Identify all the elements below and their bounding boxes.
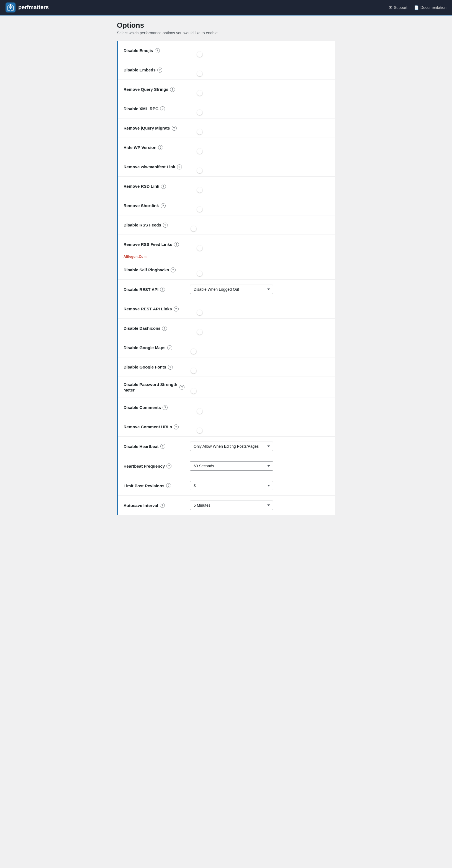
main-container: Options Select which performance options… (113, 16, 339, 526)
select-disable-heartbeat[interactable]: Only Allow When Editing Posts/PagesDisab… (190, 442, 273, 451)
help-icon-disable-self-pingbacks[interactable]: ? (171, 268, 176, 273)
option-label-group-remove-shortlink: Remove Shortlink? (123, 203, 184, 208)
help-icon-limit-post-revisions[interactable]: ? (166, 483, 171, 488)
help-icon-disable-xml-rpc[interactable]: ? (160, 106, 165, 111)
option-label-group-hide-wp-version: Hide WP Version? (123, 145, 184, 150)
option-label-limit-post-revisions: Limit Post Revisions (123, 484, 164, 488)
option-label-group-heartbeat-frequency: Heartbeat Frequency? (123, 464, 184, 468)
option-label-group-remove-rsd-link: Remove RSD Link? (123, 184, 184, 189)
option-row-disable-xml-rpc: Disable XML-RPC? (118, 99, 335, 119)
help-icon-disable-google-maps[interactable]: ? (167, 345, 172, 350)
help-icon-hide-wp-version[interactable]: ? (158, 145, 163, 150)
option-label-group-disable-heartbeat: Disable Heartbeat? (123, 444, 184, 449)
option-label-remove-shortlink: Remove Shortlink (123, 203, 159, 208)
option-row-remove-jquery-migrate: Remove jQuery Migrate? (118, 119, 335, 138)
help-icon-remove-jquery-migrate[interactable]: ? (172, 126, 177, 131)
option-label-remove-rest-api-links: Remove REST API Links (123, 307, 172, 311)
help-icon-disable-password-strength-meter[interactable]: ? (179, 385, 184, 390)
documentation-link[interactable]: 📄 Documentation (414, 5, 447, 10)
select-autosave-interval[interactable]: 5 Minutes1 Minute2 Minutes10 Minutes (190, 501, 273, 510)
help-icon-remove-rsd-link[interactable]: ? (161, 184, 166, 189)
option-label-group-autosave-interval: Autosave Interval? (123, 503, 184, 508)
option-row-remove-query-strings: Remove Query Strings? (118, 80, 335, 99)
option-label-group-remove-query-strings: Remove Query Strings? (123, 87, 184, 92)
option-label-group-disable-dashicons: Disable Dashicons? (123, 326, 184, 331)
envelope-icon: ✉ (389, 5, 392, 10)
select-heartbeat-frequency[interactable]: 60 Seconds120 Seconds30 Seconds (190, 461, 273, 471)
option-row-disable-google-maps: Disable Google Maps? (118, 338, 335, 358)
option-control-limit-post-revisions: 3510Disable (190, 481, 273, 490)
help-icon-disable-comments[interactable]: ? (162, 405, 168, 410)
option-control-disable-heartbeat: Only Allow When Editing Posts/PagesDisab… (190, 442, 273, 451)
option-row-remove-rsd-link: Remove RSD Link? (118, 177, 335, 196)
option-row-disable-rss-feeds: Disable RSS Feeds? (118, 215, 335, 235)
option-label-group-remove-wlwmanifest-link: Remove wlwmanifest Link? (123, 164, 184, 169)
main-header: perfmatters ✉ Support 📄 Documentation (0, 0, 452, 16)
help-icon-remove-query-strings[interactable]: ? (170, 87, 175, 92)
help-icon-remove-rest-api-links[interactable]: ? (174, 307, 179, 311)
option-row-autosave-interval: Autosave Interval?5 Minutes1 Minute2 Min… (118, 496, 335, 515)
option-label-remove-comment-urls: Remove Comment URLs (123, 425, 172, 429)
option-label-disable-password-strength-meter: Disable Password Strength Meter (123, 382, 178, 393)
option-label-group-disable-google-maps: Disable Google Maps? (123, 345, 184, 350)
option-row-disable-heartbeat: Disable Heartbeat?Only Allow When Editin… (118, 437, 335, 456)
option-row-disable-dashicons: Disable Dashicons? (118, 319, 335, 338)
header-nav: ✉ Support 📄 Documentation (389, 5, 447, 10)
page-subtitle: Select which performance options you wou… (117, 31, 335, 35)
select-disable-rest-api[interactable]: Disable When Logged OutDisable Completel… (190, 285, 273, 294)
help-icon-disable-google-fonts[interactable]: ? (168, 365, 173, 370)
help-icon-autosave-interval[interactable]: ? (160, 503, 165, 508)
option-row-disable-emojis: Disable Emojis? (118, 41, 335, 60)
document-icon: 📄 (414, 5, 419, 10)
option-control-disable-rest-api: Disable When Logged OutDisable Completel… (190, 285, 273, 294)
option-label-remove-wlwmanifest-link: Remove wlwmanifest Link (123, 164, 175, 169)
option-label-group-remove-rss-feed-links: Remove RSS Feed Links? (123, 242, 184, 247)
help-icon-disable-embeds[interactable]: ? (157, 67, 162, 72)
option-label-heartbeat-frequency: Heartbeat Frequency (123, 464, 165, 468)
option-row-disable-rest-api: Disable REST API?Disable When Logged Out… (118, 280, 335, 299)
help-icon-remove-comment-urls[interactable]: ? (174, 425, 179, 429)
option-label-hide-wp-version: Hide WP Version (123, 145, 156, 150)
option-label-disable-xml-rpc: Disable XML-RPC (123, 106, 158, 111)
option-row-remove-rss-feed-links: Remove RSS Feed Links? (118, 235, 335, 254)
option-label-remove-rsd-link: Remove RSD Link (123, 184, 159, 189)
help-icon-remove-shortlink[interactable]: ? (161, 203, 165, 208)
option-label-disable-heartbeat: Disable Heartbeat (123, 444, 159, 449)
help-icon-remove-wlwmanifest-link[interactable]: ? (177, 164, 182, 169)
option-label-disable-rest-api: Disable REST API (123, 287, 158, 292)
page-title: Options (117, 21, 335, 30)
support-link[interactable]: ✉ Support (389, 5, 408, 10)
brand-name: perfmatters (18, 4, 49, 10)
select-limit-post-revisions[interactable]: 3510Disable (190, 481, 273, 490)
option-label-group-disable-password-strength-meter: Disable Password Strength Meter? (123, 382, 184, 393)
option-label-group-disable-self-pingbacks: Disable Self Pingbacks? (123, 268, 184, 273)
option-label-group-remove-rest-api-links: Remove REST API Links? (123, 307, 184, 311)
option-row-heartbeat-frequency: Heartbeat Frequency?60 Seconds120 Second… (118, 456, 335, 476)
option-label-group-disable-rss-feeds: Disable RSS Feeds? (123, 223, 184, 227)
help-icon-disable-heartbeat[interactable]: ? (160, 444, 165, 449)
watermark-text: Alilegun.Com (118, 254, 335, 260)
help-icon-disable-dashicons[interactable]: ? (162, 326, 167, 331)
option-label-disable-comments: Disable Comments (123, 405, 161, 410)
help-icon-disable-emojis[interactable]: ? (155, 48, 160, 53)
option-row-limit-post-revisions: Limit Post Revisions?3510Disable (118, 476, 335, 496)
option-label-group-disable-emojis: Disable Emojis? (123, 48, 184, 53)
option-label-disable-google-maps: Disable Google Maps (123, 345, 165, 350)
help-icon-disable-rss-feeds[interactable]: ? (163, 223, 168, 227)
option-row-hide-wp-version: Hide WP Version? (118, 138, 335, 157)
option-label-group-disable-xml-rpc: Disable XML-RPC? (123, 106, 184, 111)
option-label-autosave-interval: Autosave Interval (123, 503, 158, 508)
option-control-autosave-interval: 5 Minutes1 Minute2 Minutes10 Minutes (190, 501, 273, 510)
option-label-remove-query-strings: Remove Query Strings (123, 87, 169, 92)
brand-icon (5, 2, 16, 12)
options-card: Disable Emojis?Disable Embeds?Remove Que… (117, 41, 335, 515)
help-icon-disable-rest-api[interactable]: ? (160, 287, 165, 292)
option-label-remove-jquery-migrate: Remove jQuery Migrate (123, 126, 170, 130)
help-icon-remove-rss-feed-links[interactable]: ? (174, 242, 179, 247)
help-icon-heartbeat-frequency[interactable]: ? (167, 464, 172, 468)
option-label-group-disable-embeds: Disable Embeds? (123, 67, 184, 72)
svg-point-1 (10, 5, 11, 6)
option-label-disable-dashicons: Disable Dashicons (123, 326, 160, 331)
option-label-group-disable-rest-api: Disable REST API? (123, 287, 184, 292)
option-label-disable-self-pingbacks: Disable Self Pingbacks (123, 268, 169, 272)
